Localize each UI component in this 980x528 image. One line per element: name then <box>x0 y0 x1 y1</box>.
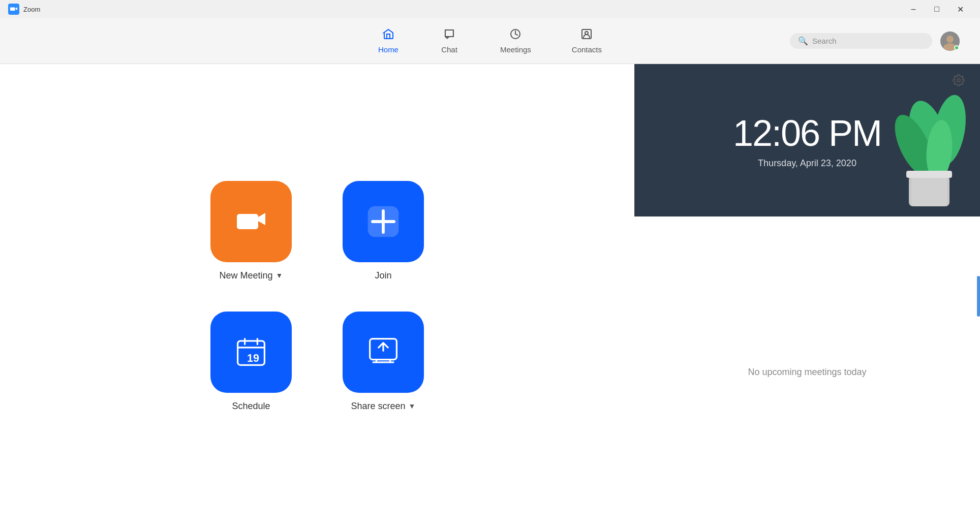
new-meeting-label: New Meeting ▼ <box>220 270 283 281</box>
new-meeting-chevron-icon: ▼ <box>276 271 283 279</box>
contacts-icon <box>580 28 593 43</box>
svg-rect-19 <box>906 171 952 178</box>
svg-text:19: 19 <box>247 352 259 364</box>
share-screen-label: Share screen ▼ <box>351 401 416 412</box>
nav-item-chat[interactable]: Chat <box>429 24 470 58</box>
nav-bar: Home Chat Meetings <box>0 18 980 64</box>
share-screen-item[interactable]: Share screen ▼ <box>343 312 424 412</box>
svg-rect-18 <box>911 173 947 206</box>
window-controls: – □ ✕ <box>902 0 972 18</box>
meetings-icon <box>509 28 522 43</box>
right-panel: 12:06 PM Thursday, April 23, 2020 No upc… <box>634 64 980 528</box>
nav-item-contacts[interactable]: Contacts <box>562 24 612 58</box>
minimize-button[interactable]: – <box>902 0 925 18</box>
nav-label-contacts: Contacts <box>572 45 602 54</box>
nav-label-meetings: Meetings <box>500 45 531 54</box>
left-panel: New Meeting ▼ Join <box>0 64 634 528</box>
settings-button[interactable] <box>953 74 965 89</box>
maximize-button[interactable]: □ <box>925 0 948 18</box>
clock-time: 12:06 PM <box>733 112 881 154</box>
scroll-indicator[interactable] <box>977 276 980 317</box>
user-avatar-container[interactable] <box>940 32 960 51</box>
decoration-plant-icon <box>878 74 980 216</box>
action-grid: New Meeting ▼ Join <box>210 181 424 412</box>
schedule-label: Schedule <box>232 401 270 412</box>
title-bar: Zoom – □ ✕ <box>0 0 980 18</box>
nav-item-meetings[interactable]: Meetings <box>490 24 541 58</box>
search-icon: 🔍 <box>798 36 808 46</box>
search-bar[interactable]: 🔍 Search <box>790 33 932 49</box>
nav-label-chat: Chat <box>441 45 457 54</box>
app-title: Zoom <box>23 6 40 13</box>
online-status-dot <box>954 45 959 50</box>
share-screen-chevron-icon: ▼ <box>409 402 416 410</box>
new-meeting-button[interactable] <box>210 181 292 262</box>
zoom-logo-icon <box>8 4 19 15</box>
nav-center: Home Chat Meetings <box>368 24 612 58</box>
nav-item-home[interactable]: Home <box>368 24 409 58</box>
new-meeting-item[interactable]: New Meeting ▼ <box>210 181 292 281</box>
nav-right: 🔍 Search <box>790 32 960 51</box>
share-screen-button[interactable] <box>343 312 424 393</box>
join-button[interactable] <box>343 181 424 262</box>
nav-label-home: Home <box>378 45 399 54</box>
main-content: New Meeting ▼ Join <box>0 64 980 528</box>
svg-rect-1 <box>445 30 453 37</box>
join-label: Join <box>375 270 391 281</box>
schedule-button[interactable]: 19 <box>210 312 292 393</box>
close-button[interactable]: ✕ <box>948 0 972 18</box>
search-placeholder: Search <box>812 37 837 45</box>
clock-card: 12:06 PM Thursday, April 23, 2020 <box>634 64 980 216</box>
clock-date: Thursday, April 23, 2020 <box>758 158 856 169</box>
title-bar-left: Zoom <box>8 4 40 15</box>
no-meetings-message: No upcoming meetings today <box>634 216 980 528</box>
chat-icon <box>443 28 455 43</box>
schedule-item[interactable]: 19 Schedule <box>210 312 292 412</box>
svg-point-6 <box>946 36 954 43</box>
home-icon <box>382 28 394 43</box>
join-item[interactable]: Join <box>343 181 424 281</box>
svg-rect-8 <box>237 214 258 229</box>
